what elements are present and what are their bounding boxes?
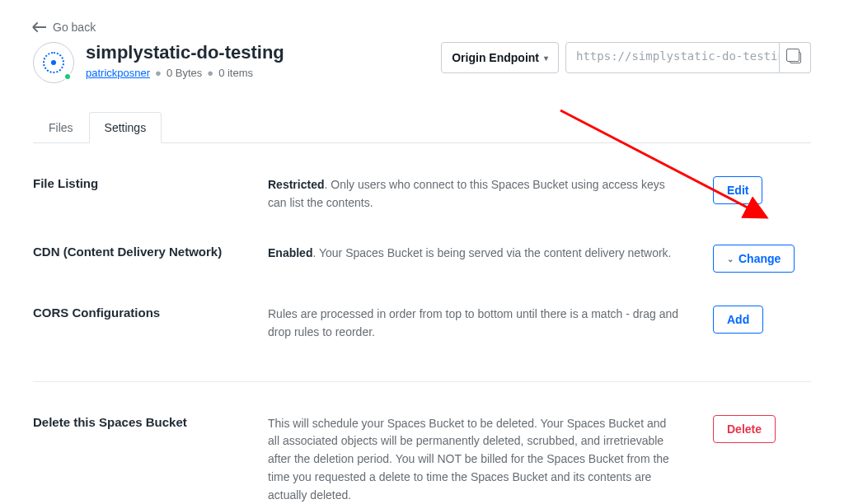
delete-bucket-label: Delete this Spaces Bucket [33, 415, 235, 429]
chevron-down-icon: ⌄ [727, 254, 734, 264]
cdn-desc: Enabled. Your Spaces Bucket is being ser… [268, 245, 680, 263]
go-back-link[interactable]: Go back [33, 21, 96, 34]
delete-bucket-desc: This will schedule your Spaces Bucket to… [268, 415, 680, 504]
tab-files[interactable]: Files [33, 112, 89, 143]
copy-icon [790, 52, 801, 63]
file-listing-desc: Restricted. Only users who connect to th… [268, 176, 680, 212]
cors-label: CORS Configurations [33, 306, 235, 320]
tab-settings[interactable]: Settings [89, 112, 162, 143]
section-divider [33, 381, 811, 382]
endpoint-url-field[interactable]: https://simplystatic-do-testing.fra [565, 42, 780, 73]
arrow-left-icon [33, 26, 46, 28]
endpoint-selector[interactable]: Origin Endpoint ▾ [441, 42, 559, 73]
cdn-label: CDN (Content Delivery Network) [33, 245, 235, 259]
go-back-label: Go back [53, 21, 96, 34]
bucket-avatar [33, 42, 74, 83]
file-listing-edit-button[interactable]: Edit [713, 176, 762, 204]
bucket-size: 0 Bytes [166, 67, 202, 79]
owner-link[interactable]: patrickposner [86, 67, 150, 79]
cdn-change-button[interactable]: ⌄ Change [713, 245, 795, 273]
cors-desc: Rules are processed in order from top to… [268, 306, 680, 341]
chevron-down-icon: ▾ [544, 54, 548, 63]
page-title: simplystatic-do-testing [86, 42, 284, 63]
bucket-item-count: 0 items [218, 67, 253, 79]
delete-bucket-button[interactable]: Delete [713, 415, 776, 443]
tab-bar: Files Settings [33, 111, 811, 143]
endpoint-selector-label: Origin Endpoint [452, 51, 539, 64]
copy-endpoint-button[interactable] [780, 42, 811, 73]
file-listing-label: File Listing [33, 176, 235, 190]
status-dot-icon [63, 72, 72, 81]
cors-add-button[interactable]: Add [713, 306, 763, 334]
